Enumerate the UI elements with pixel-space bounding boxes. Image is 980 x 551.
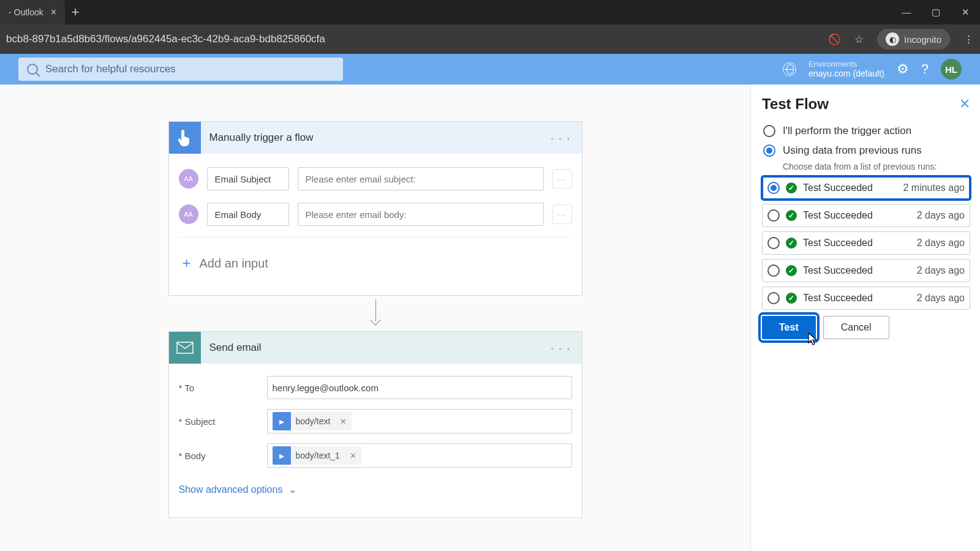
minimize-icon[interactable]: —: [892, 7, 921, 18]
field-label-to: * To: [179, 383, 267, 393]
row-menu-icon[interactable]: ···: [552, 204, 572, 224]
trigger-card: Manually trigger a flow · · · AA Email S…: [168, 121, 582, 296]
radio-icon: [767, 182, 780, 194]
previous-run-item[interactable]: ✓Test Succeeded2 days ago: [762, 231, 970, 255]
param-label[interactable]: Email Body: [207, 203, 289, 226]
show-advanced-button[interactable]: Show advanced options ⌄: [179, 473, 572, 510]
run-time: 2 days ago: [917, 238, 965, 249]
subject-input[interactable]: ▸ body/text ✕: [267, 409, 572, 433]
star-icon[interactable]: ☆: [854, 33, 864, 46]
radio-icon: [763, 144, 775, 157]
dynamic-token[interactable]: ▸ body/text_1 ✕: [273, 446, 361, 465]
action-menu-icon[interactable]: · · ·: [540, 341, 582, 355]
param-value-input[interactable]: [298, 167, 544, 190]
radio-icon: [767, 264, 780, 277]
cancel-button[interactable]: Cancel: [823, 316, 889, 339]
test-button[interactable]: Test: [762, 316, 816, 339]
param-label[interactable]: Email Subject: [207, 167, 289, 190]
panel-title: Test Flow: [762, 96, 829, 113]
run-status: Test Succeeded: [803, 265, 873, 276]
cursor-icon: [807, 332, 820, 347]
radio-icon: [763, 125, 775, 137]
token-remove-icon[interactable]: ✕: [335, 417, 352, 426]
dynamic-token[interactable]: ▸ body/text ✕: [273, 412, 352, 430]
close-panel-icon[interactable]: ✕: [959, 96, 970, 112]
url-text[interactable]: bcb8-897b1a5d8b63/flows/a962445a-ec3c-42…: [6, 33, 828, 45]
globe-icon: [783, 62, 796, 76]
svg-rect-0: [177, 342, 193, 353]
previous-run-item[interactable]: ✓Test Succeeded2 minutes ago: [762, 176, 970, 200]
success-check-icon: ✓: [786, 182, 797, 193]
success-check-icon: ✓: [786, 238, 797, 249]
previous-run-item[interactable]: ✓Test Succeeded2 days ago: [762, 287, 970, 310]
touch-icon: [169, 122, 201, 154]
chevron-down-icon: ⌄: [288, 484, 296, 495]
new-tab-button[interactable]: +: [65, 4, 86, 20]
gear-icon[interactable]: ⚙: [897, 61, 909, 77]
add-input-button[interactable]: + Add an input: [179, 242, 572, 288]
radio-icon: [767, 292, 780, 304]
trigger-menu-icon[interactable]: · · ·: [540, 131, 582, 145]
success-check-icon: ✓: [786, 293, 797, 304]
mail-icon: [169, 332, 201, 364]
run-status: Test Succeeded: [803, 210, 873, 221]
trigger-input-row: AA Email Body ···: [179, 197, 572, 232]
search-input[interactable]: Search for helpful resources: [18, 58, 343, 81]
action-header[interactable]: Send email · · ·: [169, 332, 582, 364]
url-bar: bcb8-897b1a5d8b63/flows/a962445a-ec3c-42…: [0, 24, 980, 54]
environment-picker[interactable]: Environments enayu.com (default): [809, 59, 884, 79]
incognito-badge[interactable]: ◐ Incognito: [877, 29, 950, 50]
browser-tab[interactable]: - Outlook ×: [0, 0, 65, 24]
run-time: 2 days ago: [917, 293, 965, 304]
token-remove-icon[interactable]: ✕: [345, 451, 361, 460]
text-param-icon: AA: [179, 169, 198, 189]
connector-arrow-icon: [366, 299, 385, 328]
radio-icon: [767, 209, 780, 222]
trigger-title: Manually trigger a flow: [201, 132, 540, 144]
trigger-header[interactable]: Manually trigger a flow · · ·: [169, 122, 582, 154]
option-previous-runs[interactable]: Using data from previous runs: [762, 141, 970, 160]
run-status: Test Succeeded: [803, 238, 873, 249]
action-card: Send email · · · * To henry.legge@outloo…: [168, 331, 582, 518]
avatar[interactable]: HL: [941, 59, 962, 80]
help-icon[interactable]: ?: [921, 61, 929, 77]
param-value-input[interactable]: [298, 203, 544, 226]
run-time: 2 days ago: [917, 265, 965, 276]
row-menu-icon[interactable]: ···: [552, 169, 572, 189]
browser-titlebar: - Outlook × + — ▢ ✕: [0, 0, 980, 24]
command-bar: Search for helpful resources Environment…: [0, 54, 980, 84]
token-icon: ▸: [273, 446, 291, 465]
action-title: Send email: [201, 342, 540, 354]
close-tab-icon[interactable]: ×: [51, 7, 56, 18]
run-time: 2 minutes ago: [903, 182, 965, 193]
browser-menu-icon[interactable]: ⋮: [963, 33, 974, 46]
previous-runs-hint: Choose data from a list of previous runs…: [783, 162, 970, 171]
run-time: 2 days ago: [917, 210, 965, 221]
field-label-body: * Body: [179, 451, 267, 461]
plus-icon: +: [183, 255, 191, 272]
search-placeholder: Search for helpful resources: [45, 63, 176, 75]
field-label-subject: * Subject: [179, 416, 267, 427]
run-status: Test Succeeded: [803, 293, 873, 304]
body-input[interactable]: ▸ body/text_1 ✕: [267, 443, 572, 468]
success-check-icon: ✓: [786, 265, 797, 276]
eye-off-icon[interactable]: 🚫: [828, 33, 841, 46]
maximize-icon[interactable]: ▢: [921, 7, 951, 18]
close-window-icon[interactable]: ✕: [951, 7, 980, 18]
success-check-icon: ✓: [786, 210, 797, 221]
text-param-icon: AA: [179, 204, 198, 224]
option-manual[interactable]: I'll perform the trigger action: [762, 121, 970, 141]
token-icon: ▸: [273, 412, 291, 430]
flow-canvas: Manually trigger a flow · · · AA Email S…: [0, 84, 750, 551]
to-input[interactable]: henry.legge@outlook.com: [267, 376, 572, 399]
run-status: Test Succeeded: [803, 182, 873, 193]
trigger-input-row: AA Email Subject ···: [179, 161, 572, 197]
search-icon: [27, 64, 38, 75]
previous-run-item[interactable]: ✓Test Succeeded2 days ago: [762, 204, 970, 227]
test-flow-panel: Test Flow ✕ I'll perform the trigger act…: [750, 84, 980, 551]
previous-run-item[interactable]: ✓Test Succeeded2 days ago: [762, 259, 970, 282]
incognito-icon: ◐: [886, 32, 899, 46]
divider: [179, 237, 572, 238]
radio-icon: [767, 237, 780, 249]
window-controls: — ▢ ✕: [892, 7, 980, 18]
